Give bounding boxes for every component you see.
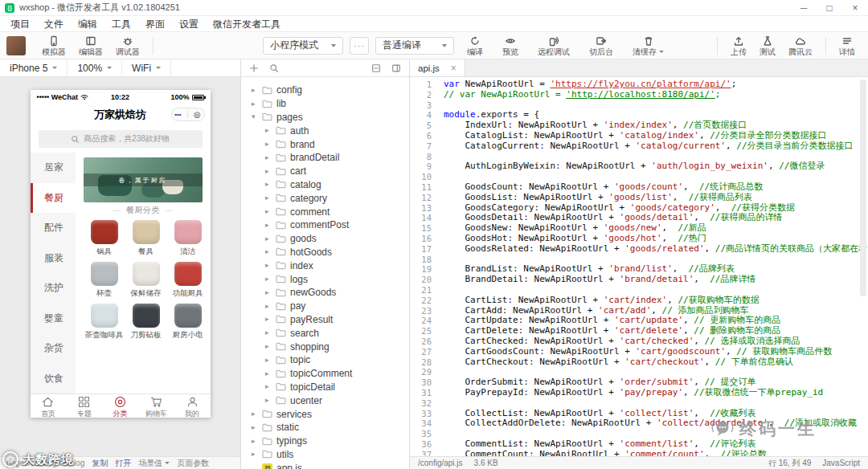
tree-item[interactable]: JS utils: [241, 448, 409, 462]
network-select[interactable]: WiFi: [122, 59, 171, 76]
more-dots-icon[interactable]: •••: [174, 112, 181, 118]
code-token: 'index/index': [604, 120, 673, 130]
menu-item[interactable]: 文件: [37, 16, 71, 32]
device-select[interactable]: iPhone 5: [0, 59, 68, 76]
category-item[interactable]: 饮食: [31, 364, 76, 394]
maximize-button[interactable]: □: [817, 0, 842, 15]
tree-item[interactable]: JS newGoods: [241, 286, 409, 300]
tabbar-cart[interactable]: 购物车: [138, 394, 174, 418]
tree-item[interactable]: JS cart: [241, 165, 409, 178]
details-button[interactable]: 详情: [833, 35, 862, 56]
scene-select[interactable]: 场景值: [138, 458, 170, 469]
product-item[interactable]: 保鲜储存: [125, 262, 167, 299]
copy-path-button[interactable]: 复制: [92, 458, 108, 469]
test-button[interactable]: 测试: [753, 35, 782, 56]
tree-item[interactable]: JS topic: [241, 353, 409, 367]
tree-item[interactable]: JS lib: [241, 97, 409, 111]
product-item[interactable]: 清洁: [167, 220, 203, 257]
tree-item[interactable]: JS pay: [241, 300, 409, 313]
code-editor[interactable]: 1 var NewApiRootUrl = 'https://fly2you.c…: [410, 77, 868, 456]
tree-item[interactable]: JS comment: [241, 205, 409, 218]
user-avatar[interactable]: [6, 36, 26, 55]
editor-toggle-button[interactable]: 编辑器: [72, 32, 109, 59]
tree-item[interactable]: JS catalog: [241, 178, 409, 192]
tree-item[interactable]: JS payResult: [241, 313, 409, 327]
new-file-button[interactable]: [249, 63, 259, 73]
category-item[interactable]: 婴童: [31, 304, 76, 334]
language-mode-label[interactable]: JavaScript: [822, 459, 860, 467]
tree-item[interactable]: JS topicDetail: [241, 381, 409, 394]
preview-button[interactable]: 预览: [496, 35, 525, 56]
tabbar-home[interactable]: 首页: [31, 394, 67, 418]
upload-button[interactable]: 上传: [724, 35, 753, 56]
tencent-cloud-button[interactable]: 腾讯云: [782, 35, 819, 56]
tabbar-category[interactable]: 分类: [102, 394, 138, 418]
close-tab-icon[interactable]: ×: [451, 63, 457, 73]
compile-mode-select[interactable]: 普通编译: [375, 37, 454, 55]
product-item[interactable]: 杯壶: [84, 262, 125, 299]
editor-scrollbar[interactable]: [860, 80, 866, 296]
menu-item[interactable]: 界面: [138, 16, 172, 32]
open-path-button[interactable]: 打开: [115, 458, 131, 469]
tree-item[interactable]: JS commentPost: [241, 218, 409, 232]
tree-item[interactable]: JS goods: [241, 232, 409, 246]
product-item[interactable]: 厨房小电: [167, 304, 203, 341]
menu-item[interactable]: 项目: [3, 16, 37, 32]
page-params-button[interactable]: 页面参数: [177, 458, 209, 469]
tree-item[interactable]: JS search: [241, 326, 409, 340]
zoom-select[interactable]: 100%: [68, 59, 122, 76]
tree-item[interactable]: JS typings: [241, 434, 409, 448]
product-item[interactable]: 茶壶咖啡具: [84, 304, 125, 341]
menu-item[interactable]: 编辑: [71, 16, 104, 32]
search-bar[interactable]: 商品搜索，共238款好物: [39, 130, 203, 148]
menu-item[interactable]: 设置: [172, 16, 206, 32]
category-item[interactable]: 餐厨: [31, 183, 76, 214]
menu-item[interactable]: 微信开发者工具: [206, 16, 288, 32]
tree-item[interactable]: JS auth: [241, 124, 409, 137]
switch-background-button[interactable]: 切后台: [583, 35, 620, 56]
collapse-all-button[interactable]: [371, 63, 381, 73]
clear-cache-button[interactable]: 清缓存: [626, 35, 670, 56]
minimize-button[interactable]: ─: [791, 0, 817, 15]
compile-button[interactable]: 编译: [461, 35, 489, 56]
tree-item[interactable]: JS ucenter: [241, 394, 409, 407]
category-item[interactable]: 服装: [31, 243, 76, 274]
tree-item[interactable]: JS services: [241, 407, 409, 421]
remote-debug-button[interactable]: 远程调试: [531, 35, 576, 56]
tree-item[interactable]: JS config: [241, 84, 409, 97]
product-item[interactable]: 刀剪砧板: [125, 304, 167, 341]
miniprogram-capsule[interactable]: ••• ◎: [171, 108, 205, 121]
category-item[interactable]: 居家: [31, 153, 76, 183]
product-item[interactable]: 餐具: [125, 220, 167, 257]
exit-circle-icon[interactable]: ◎: [194, 111, 201, 119]
debugger-toggle-button[interactable]: 调试器: [109, 32, 146, 59]
tabbar-profile[interactable]: 我的: [174, 394, 211, 418]
tree-item[interactable]: JS index: [241, 259, 409, 272]
tree-item[interactable]: JS topicComment: [241, 367, 409, 381]
toggle-panel-button[interactable]: [391, 63, 401, 73]
cursor-position-label[interactable]: 行 16, 列 49: [768, 458, 811, 469]
category-item[interactable]: 杂货: [31, 333, 76, 364]
tree-item[interactable]: JS brand: [241, 137, 409, 151]
tree-item[interactable]: JS hotGoods: [241, 246, 409, 259]
category-item[interactable]: 配件: [31, 213, 76, 243]
tree-item[interactable]: JS brandDetail: [241, 151, 409, 165]
tree-item[interactable]: JS logs: [241, 272, 409, 286]
product-item[interactable]: 功能厨具: [167, 262, 203, 299]
tree-item[interactable]: JS category: [241, 191, 409, 205]
category-item[interactable]: 洗护: [31, 273, 76, 304]
tree-item[interactable]: JS pages: [241, 111, 409, 124]
menu-item[interactable]: 工具: [104, 16, 138, 32]
banner-image[interactable]: 春，属于厨房: [84, 157, 203, 202]
tabbar-topic[interactable]: 专题: [66, 394, 102, 418]
search-files-button[interactable]: [269, 63, 279, 73]
tree-item[interactable]: JS static: [241, 421, 409, 434]
mode-select[interactable]: 小程序模式: [263, 37, 343, 55]
simulator-toggle-button[interactable]: 模拟器: [35, 32, 72, 59]
tree-item[interactable]: JS shopping: [241, 340, 409, 353]
product-item[interactable]: 锅具: [84, 220, 125, 257]
tree-item[interactable]: JS app.js: [241, 461, 409, 469]
tab-api-js[interactable]: api.js ×: [410, 59, 465, 76]
close-button[interactable]: ×: [842, 0, 868, 15]
mode-more-button[interactable]: ···: [350, 37, 369, 55]
